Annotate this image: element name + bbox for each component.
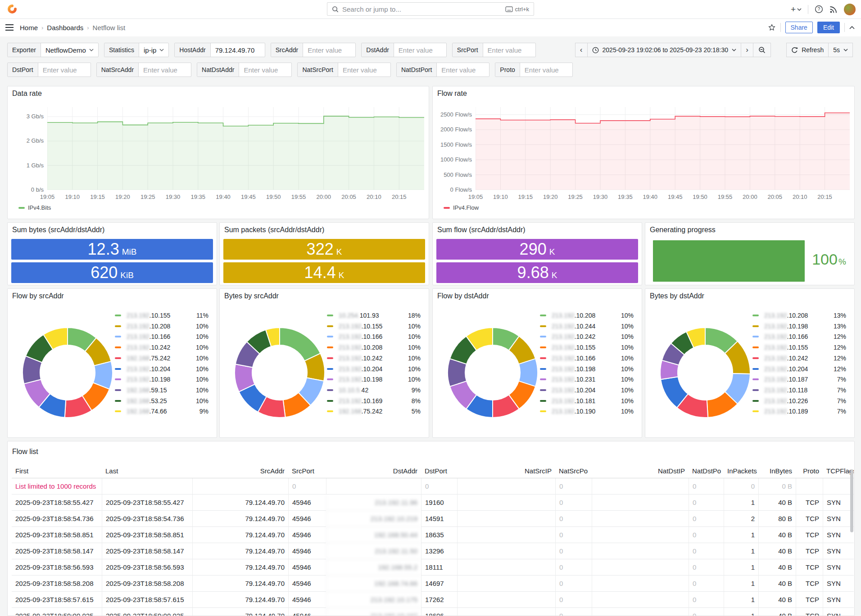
column-header-dstport[interactable]: DstPort [421, 464, 457, 478]
legend-item[interactable]: 213.192.10.15510% [540, 343, 634, 352]
legend-item[interactable]: 10.254.101.9318% [327, 311, 421, 320]
legend-item[interactable]: 213.192.10.16612% [752, 332, 846, 341]
legend-item[interactable]: 213.192.10.1698% [327, 396, 421, 405]
legend-item[interactable]: 192.168.75.24210% [115, 354, 208, 363]
panel-title[interactable]: Flow by srcAddr [12, 292, 64, 300]
legend-item[interactable]: 213.192.10.20810% [327, 343, 421, 352]
zoom-out-icon[interactable] [753, 43, 771, 57]
column-header-natsrcpo[interactable]: NatSrcPo [555, 464, 592, 478]
legend-item[interactable]: 213.192.10.1877% [752, 375, 846, 384]
filter-natdstport[interactable]: NatDstPortEnter value [396, 63, 489, 77]
filter-srcport[interactable]: SrcPortEnter value [452, 43, 536, 57]
column-header-tcpflags[interactable]: TCPFlags [823, 464, 854, 478]
filter-input[interactable]: Enter value [303, 43, 355, 57]
filter-input[interactable]: Enter value [338, 63, 390, 76]
legend-item[interactable]: 213.192.10.24210% [115, 343, 208, 352]
panel-title[interactable]: Sum bytes (srcAddr/dstAddr) [12, 226, 104, 234]
legend-item[interactable]: 213.192.10.19010% [540, 407, 634, 416]
column-header-srcport[interactable]: SrcPort [288, 464, 326, 478]
filter-input[interactable]: Enter value [520, 63, 572, 76]
legend-item[interactable]: 213.192.10.24210% [327, 354, 421, 363]
panel-title[interactable]: Flow list [12, 448, 38, 456]
donut-chart[interactable] [232, 325, 327, 420]
donut-chart[interactable] [20, 325, 115, 420]
legend-item[interactable]: 213.192.10.2267% [752, 396, 846, 405]
filter-input[interactable]: Enter value [483, 43, 535, 57]
new-button[interactable]: + [791, 4, 802, 14]
legend-item[interactable]: 213.192.10.19810% [540, 364, 634, 373]
legend-item[interactable]: 213.192.10.19810% [115, 375, 208, 384]
column-header-natdstpo[interactable]: NatDstPo [689, 464, 724, 478]
time-range-picker[interactable]: 2025-09-23 19:02:06 to 2025-09-23 20:18:… [587, 43, 741, 57]
panel-title[interactable]: Data rate [12, 90, 42, 98]
column-header-first[interactable]: First [12, 464, 102, 478]
filter-statistics[interactable]: Statisticsip-ip [104, 43, 169, 57]
legend-item[interactable]: 192.168.59.1510% [115, 386, 208, 395]
table-scrollbar[interactable] [850, 469, 853, 532]
column-header-natsrcip[interactable]: NatSrcIP [457, 464, 555, 478]
grafana-logo[interactable] [6, 3, 18, 15]
filter-natsrcaddr[interactable]: NatSrcAddrEnter value [96, 63, 191, 77]
legend-item[interactable]: 213.192.10.16610% [327, 332, 421, 341]
column-header-last[interactable]: Last [102, 464, 192, 478]
time-forward-button[interactable]: › [741, 43, 753, 57]
donut-chart[interactable] [445, 325, 540, 420]
filter-input[interactable]: Enter value [394, 43, 446, 57]
edit-button[interactable]: Edit [817, 22, 840, 33]
column-header-dstaddr[interactable]: DstAddr [326, 464, 421, 478]
column-header-inbytes[interactable]: InBytes [758, 464, 796, 478]
legend-item[interactable]: 213.192.10.24410% [540, 322, 634, 331]
legend-item[interactable]: 213.192.10.24210% [540, 332, 634, 341]
legend-item[interactable]: 213.192.10.20810% [115, 322, 208, 331]
legend-item[interactable]: 213.192.10.15511% [115, 311, 208, 320]
filter-srcaddr[interactable]: SrcAddrEnter value [271, 43, 356, 57]
filter-dstaddr[interactable]: DstAddrEnter value [361, 43, 447, 57]
panel-title[interactable]: Generating progress [650, 226, 716, 234]
share-button[interactable]: Share [785, 22, 813, 33]
legend-item[interactable]: 213.192.10.16610% [540, 354, 634, 363]
news-icon[interactable] [829, 5, 838, 13]
filter-natsrcport[interactable]: NatSrcPortEnter value [297, 63, 390, 77]
filter-select-value[interactable]: NetflowDemo [41, 43, 98, 57]
filter-input[interactable]: Enter value [38, 63, 91, 76]
legend-item[interactable]: 213.192.10.23110% [540, 375, 634, 384]
legend-item[interactable]: 213.192.10.16610% [115, 332, 208, 341]
time-back-button[interactable]: ‹ [575, 43, 588, 57]
legend-item[interactable]: 213.192.10.19813% [752, 322, 846, 331]
filter-input[interactable]: Enter value [239, 63, 291, 76]
refresh-interval-select[interactable]: 5s [828, 43, 853, 57]
legend-item[interactable]: 10.10.5.429% [327, 386, 421, 395]
series-legend[interactable]: IPv4.Flow [444, 204, 479, 211]
column-header-proto[interactable]: Proto [796, 464, 823, 478]
help-icon[interactable]: ? [815, 5, 823, 13]
legend-item[interactable]: 213.192.10.1187% [752, 386, 846, 395]
legend-item[interactable]: 213.192.10.1897% [752, 407, 846, 416]
legend-item[interactable]: 213.192.10.20410% [327, 364, 421, 373]
legend-item[interactable]: 192.168.74.669% [115, 407, 208, 416]
legend-item[interactable]: 213.192.10.20410% [540, 386, 634, 395]
search-input[interactable]: Search or jump to... ctrl+k [327, 2, 534, 16]
refresh-button[interactable]: Refresh [786, 43, 829, 57]
star-icon[interactable] [768, 23, 776, 31]
legend-item[interactable]: 192.168.75.2425% [327, 407, 421, 416]
legend-item[interactable]: 213.192.10.20412% [752, 364, 846, 373]
legend-item[interactable]: 213.192.10.15510% [327, 322, 421, 331]
panel-title[interactable]: Flow by dstAddr [437, 292, 489, 300]
panel-title[interactable]: Sum flow (srcAddr/dstAddr) [437, 226, 526, 234]
legend-item[interactable]: 213.192.10.20810% [540, 311, 634, 320]
chart-plot[interactable] [476, 107, 850, 190]
column-header-srcaddr[interactable]: SrcAddr [192, 464, 288, 478]
legend-item[interactable]: 213.192.10.24212% [752, 354, 846, 363]
breadcrumb-dashboards[interactable]: Dashboards [47, 24, 83, 31]
filter-dstport[interactable]: DstPortEnter value [7, 63, 91, 77]
filter-input[interactable]: Enter value [437, 63, 489, 76]
breadcrumb-home[interactable]: Home [20, 24, 38, 31]
filter-natdstaddr[interactable]: NatDstAddrEnter value [197, 63, 292, 77]
avatar[interactable] [844, 4, 856, 15]
filter-input[interactable]: Enter value [139, 63, 191, 76]
panel-title[interactable]: Bytes by srcAddr [224, 292, 279, 300]
series-legend[interactable]: IPv4.Bits [18, 204, 51, 211]
column-header-natdstip[interactable]: NatDstIP [592, 464, 689, 478]
legend-item[interactable]: 213.192.10.19810% [327, 375, 421, 384]
donut-chart[interactable] [658, 325, 752, 420]
